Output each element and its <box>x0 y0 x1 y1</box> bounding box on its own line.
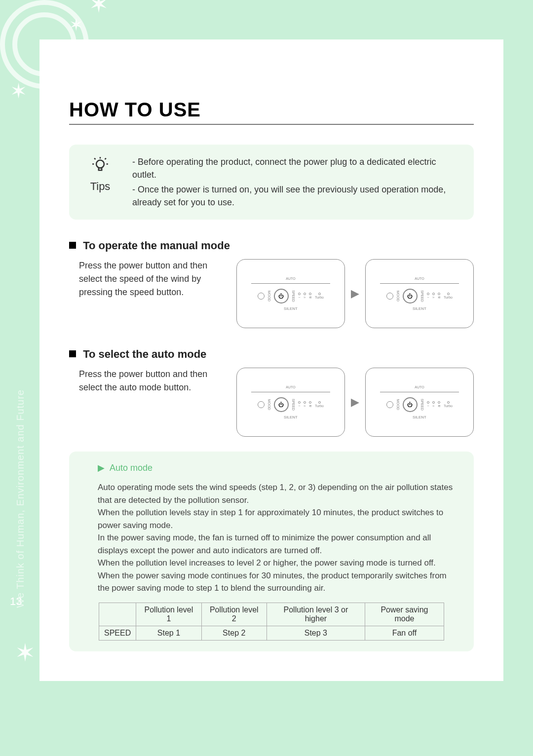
led-icon <box>386 401 393 408</box>
page-content: HOW TO USE Tips - Before operating the p… <box>39 39 503 681</box>
panel-auto-label: AUTO <box>286 385 295 389</box>
square-bullet-icon <box>69 350 76 357</box>
tips-box: Tips - Before operating the product, con… <box>69 145 474 220</box>
svg-line-4 <box>94 158 95 159</box>
auto-mode-title: Auto mode <box>110 463 152 473</box>
section-text: Press the power button and then select t… <box>69 259 227 299</box>
panel-silent-label: SILENT <box>284 306 298 311</box>
auto-mode-info-box: ▶ Auto mode Auto operating mode sets the… <box>69 452 474 651</box>
auto-mode-p3: In the power saving mode, the fan is tur… <box>98 531 455 557</box>
svg-line-5 <box>105 158 106 159</box>
power-button-icon: ⏻ <box>274 397 289 412</box>
power-button-icon: ⏻ <box>403 289 418 303</box>
page-number: 13 <box>10 595 22 608</box>
panel-auto-label: AUTO <box>415 385 424 389</box>
section-heading: To select the auto mode <box>83 348 206 360</box>
control-panel-illustration: AUTO MOOD ⏻ SPEED ~ ≈ ≋ Turbo <box>236 368 345 437</box>
triangle-right-icon: ▶ <box>98 463 105 473</box>
panel-mood-label: MOOD <box>267 399 271 410</box>
panel-speed-label: SPEED <box>420 290 424 302</box>
power-button-icon: ⏻ <box>274 289 289 303</box>
table-cell: Step 1 <box>136 626 201 640</box>
led-icon <box>258 293 265 300</box>
panel-turbo-label: Turbo <box>444 404 453 408</box>
auto-mode-p2: When the pollution levels stay in step 1… <box>98 506 455 531</box>
panel-turbo-label: Turbo <box>315 404 324 408</box>
table-header: Pollution level 2 <box>201 603 266 626</box>
arrow-right-icon: ▶ <box>351 287 359 300</box>
led-icon <box>258 401 265 408</box>
lightbulb-icon <box>91 155 110 177</box>
table-header: Power saving mode <box>365 603 444 626</box>
control-panel-illustration: AUTO MOOD ⏻ SPEED ~ ≈ ≋ Turbo <box>365 368 474 437</box>
panel-mood-label: MOOD <box>396 399 400 410</box>
table-header: Pollution level 3 or higher <box>266 603 365 626</box>
section-text: Press the power button and then select t… <box>69 368 227 394</box>
arrow-right-icon: ▶ <box>351 396 359 409</box>
table-row-label: SPEED <box>99 626 136 640</box>
panel-turbo-label: Turbo <box>444 296 453 299</box>
panel-mood-label: MOOD <box>267 291 271 302</box>
auto-mode-p1: Auto operating mode sets the wind speeds… <box>98 481 455 506</box>
panel-auto-label: AUTO <box>286 277 295 280</box>
panel-silent-label: SILENT <box>413 415 426 419</box>
pollution-speed-table: Pollution level 1 Pollution level 2 Poll… <box>99 603 444 641</box>
panel-silent-label: SILENT <box>413 306 426 311</box>
panel-mood-label: MOOD <box>396 291 400 302</box>
page-title: HOW TO USE <box>69 99 474 125</box>
panel-speed-label: SPEED <box>292 290 295 302</box>
panel-speed-label: SPEED <box>420 399 424 411</box>
control-panel-illustration: AUTO MOOD ⏻ SPEED ~ ≈ ≋ Turbo <box>236 259 345 328</box>
table-cell: Step 3 <box>266 626 365 640</box>
panel-auto-label: AUTO <box>415 277 424 280</box>
auto-mode-p4: When the pollution level increases to le… <box>98 557 455 569</box>
section-heading: To operate the manual mode <box>83 239 230 252</box>
tips-label: Tips <box>90 180 111 193</box>
section-auto-mode: To select the auto mode Press the power … <box>69 348 474 437</box>
tips-line-1: - Before operating the product, connect … <box>132 155 460 181</box>
svg-point-0 <box>96 160 104 168</box>
panel-speed-label: SPEED <box>292 399 295 411</box>
power-button-icon: ⏻ <box>403 397 418 412</box>
led-icon <box>386 293 393 300</box>
sparkle-icon: ✶ <box>15 639 36 667</box>
panel-silent-label: SILENT <box>284 415 298 419</box>
sparkle-icon: ✶ <box>10 79 27 103</box>
sidebar-tagline: We Think of Human, Environment and Futur… <box>15 389 26 608</box>
table-cell: Step 2 <box>201 626 266 640</box>
control-panel-illustration: AUTO MOOD ⏻ SPEED ~ ≈ ≋ Turbo <box>365 259 474 328</box>
auto-mode-p5: When the power saving mode continues for… <box>98 569 455 595</box>
tips-line-2: - Once the power is turned on, you will … <box>132 183 460 209</box>
square-bullet-icon <box>69 242 76 249</box>
panel-turbo-label: Turbo <box>315 296 324 299</box>
table-header: Pollution level 1 <box>136 603 201 626</box>
section-manual-mode: To operate the manual mode Press the pow… <box>69 239 474 328</box>
table-cell: Fan off <box>365 626 444 640</box>
